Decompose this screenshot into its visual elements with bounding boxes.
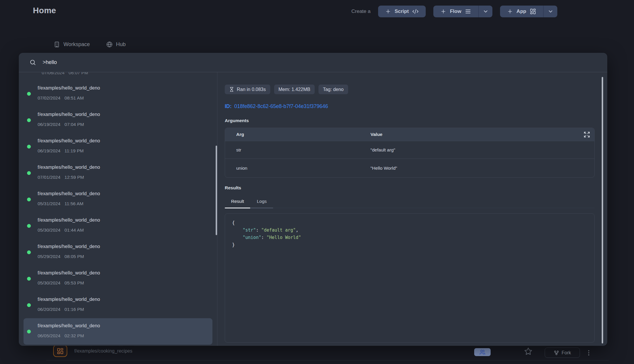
success-dot-icon (27, 224, 31, 228)
page-title: Home (33, 6, 56, 15)
run-datetime: 06/19/202411:19 PM (38, 148, 84, 154)
run-datetime: 05/30/202405:53 PM (38, 280, 84, 286)
inactive-tab-underline (250, 208, 273, 208)
workspace-hub-tabs: Workspace Hub (54, 41, 126, 48)
result-tabs: Result Logs (225, 198, 595, 208)
result-json-viewer[interactable]: { "str": "default arg", "union": "Hello … (225, 213, 595, 343)
run-list-item[interactable]: f/examples/hello_world_deno 05/31/202411… (24, 186, 212, 213)
run-list-item[interactable]: f/examples/hello_world_deno 06/19/202407… (24, 107, 212, 133)
success-dot-icon (27, 145, 31, 149)
arg-name: str (225, 147, 370, 153)
run-path: f/examples/hello_world_deno (38, 112, 100, 117)
run-list-item[interactable]: f/examples/hello_world_deno 05/30/202401… (24, 213, 212, 239)
create-app-button[interactable]: App (500, 6, 543, 17)
run-detail-panel: Ran in 0.083s Mem: 1.422MB Tag: deno ID:… (217, 72, 607, 346)
kebab-menu-icon[interactable] (585, 348, 592, 357)
duration-text: Ran in 0.083s (237, 87, 266, 92)
run-path: f/examples/hello_world_deno (38, 191, 100, 196)
run-list-item[interactable]: f/examples/hello_world_deno 07/02/202408… (24, 80, 212, 107)
memory-text: Mem: 1.422MB (279, 87, 310, 92)
tab-hub-label: Hub (116, 41, 126, 48)
arguments-table-header: Arg Value (225, 128, 594, 141)
run-list-item[interactable]: f/examples/hello_world_deno 06/05/202402… (24, 318, 212, 345)
active-tab-underline (225, 208, 250, 208)
tab-hub[interactable]: Hub (106, 41, 126, 48)
chevron-down-icon (548, 9, 554, 14)
expand-icon[interactable] (583, 131, 590, 138)
create-flow-button-group: Flow (433, 6, 492, 17)
run-list-item[interactable]: f/examples/hello_world_deno 06/20/202401… (24, 292, 212, 318)
run-path: f/examples/hello_world_deno (38, 138, 100, 144)
run-list-item[interactable]: f/examples/hello_world_deno 05/30/202405… (24, 265, 212, 292)
star-icon[interactable] (524, 347, 532, 355)
run-list-item[interactable]: f/examples/hello_world_deno 06/19/202411… (24, 133, 212, 160)
json-open-brace: { (232, 219, 587, 227)
success-dot-icon (27, 330, 31, 333)
run-path: f/examples/hello_world_deno (38, 165, 100, 170)
detail-scrollbar-thumb[interactable] (602, 77, 603, 343)
create-flow-button[interactable]: Flow (433, 6, 478, 17)
tag-badge: Tag: deno (318, 85, 348, 94)
create-script-button[interactable]: Script (378, 6, 426, 17)
run-list-item[interactable]: f/examples/hello_world_deno 07/01/202412… (24, 160, 212, 186)
flow-icon (465, 8, 471, 15)
run-id-value: 018fe862-8c62-65e8-b7f7-04e31f379646 (234, 103, 328, 109)
run-datetime: 07/02/202408:51 AM (38, 95, 84, 101)
success-dot-icon (27, 92, 31, 96)
search-bar[interactable]: >hello (19, 53, 607, 72)
tab-logs-label: Logs (257, 199, 267, 204)
create-app-button-group: App (500, 6, 557, 17)
fork-button[interactable]: Fork (545, 348, 580, 358)
success-dot-icon (27, 171, 31, 175)
create-flow-label: Flow (450, 9, 461, 14)
run-path: f/examples/hello_world_deno (38, 323, 100, 328)
row-divider (46, 360, 609, 360)
success-dot-icon (27, 303, 31, 307)
tab-result-label: Result (231, 199, 244, 204)
cooking-recipes-path: f/examples/cooking_recipes (74, 348, 132, 354)
shared-users-badge[interactable] (474, 348, 491, 356)
tab-workspace[interactable]: Workspace (54, 41, 90, 48)
runs-scrollbar-thumb[interactable] (216, 146, 217, 235)
arg-name: union (225, 166, 370, 171)
run-id-label: ID: (225, 103, 232, 109)
run-path: f/examples/hello_world_deno (38, 270, 100, 276)
run-datetime: 05/30/202401:44 AM (38, 227, 84, 233)
run-item-clipped[interactable]: 07/06/202406:07 PM (19, 72, 217, 80)
run-meta-badges: Ran in 0.083s Mem: 1.422MB Tag: deno (225, 85, 607, 94)
run-datetime: 05/31/202411:56 AM (38, 201, 83, 206)
tab-logs[interactable]: Logs (250, 198, 273, 208)
results-label: Results (225, 185, 607, 191)
arguments-label: Arguments (225, 118, 607, 123)
modal-body: 07/06/202406:07 PM f/examples/hello_worl… (19, 72, 607, 346)
run-list-item[interactable]: f/examples/hello_world_deno 05/29/202408… (24, 239, 212, 265)
run-time: 06:07 PM (69, 72, 88, 75)
run-date: 07/06/2024 (42, 72, 65, 75)
search-input[interactable]: >hello (43, 59, 57, 65)
run-datetime: 07/01/202412:59 PM (38, 175, 84, 180)
globe-icon (106, 41, 113, 48)
run-id-link[interactable]: ID: 018fe862-8c62-65e8-b7f7-04e31f379646 (225, 103, 328, 109)
create-actions: Create a Script Flow App (351, 6, 557, 17)
run-datetime: 06/05/202402:32 PM (38, 333, 84, 338)
tab-result[interactable]: Result (225, 198, 250, 208)
search-modal: >hello 07/06/202406:07 PM f/examples/hel… (19, 53, 607, 346)
success-dot-icon (27, 118, 31, 122)
create-flow-dropdown[interactable] (478, 6, 492, 17)
table-row: union "Hello World" (225, 159, 594, 177)
duration-badge: Ran in 0.083s (225, 85, 270, 94)
runs-list: f/examples/hello_world_deno 07/02/202408… (19, 80, 217, 345)
col-header-value: Value (370, 132, 594, 137)
col-header-arg: Arg (225, 132, 370, 137)
arguments-table: Arg Value str "default arg" union "Hello… (225, 128, 595, 178)
code-icon (412, 8, 419, 15)
tab-workspace-label: Workspace (63, 41, 90, 48)
create-app-dropdown[interactable] (543, 6, 557, 17)
hourglass-icon (229, 87, 234, 92)
json-line: "union": "Hello World" (232, 234, 587, 241)
arg-value: "default arg" (370, 147, 594, 153)
fork-label: Fork (562, 350, 571, 355)
success-dot-icon (27, 198, 31, 201)
run-path: f/examples/hello_world_deno (38, 244, 100, 249)
create-script-label: Script (395, 9, 409, 14)
